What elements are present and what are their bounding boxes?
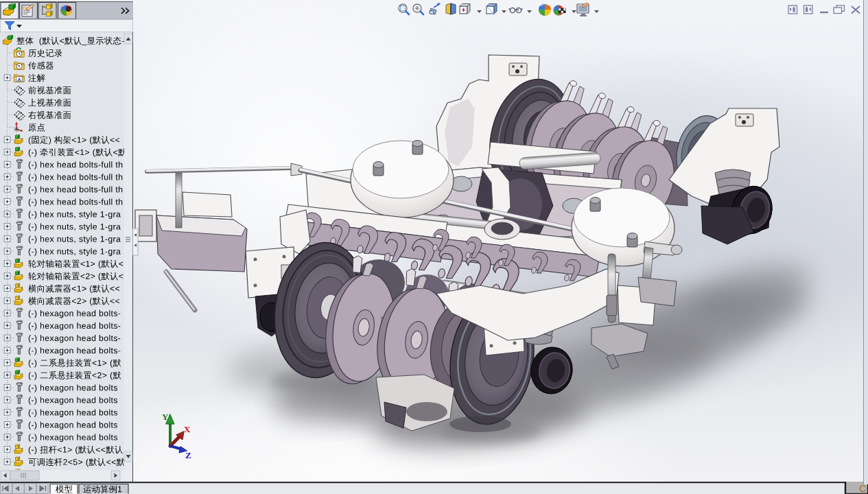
svg-text:X: X [184,424,191,434]
svg-text:Z: Z [185,450,191,460]
svg-text:Y: Y [162,412,169,422]
